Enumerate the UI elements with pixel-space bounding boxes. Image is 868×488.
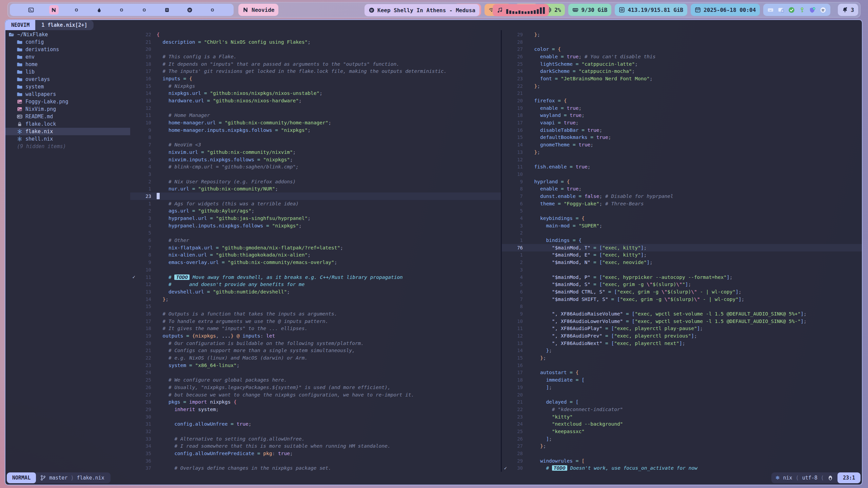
code-line[interactable]: 18 wayland = true;: [502, 112, 862, 119]
code-line[interactable]: 13 devshell.url = "github:numtide/devshe…: [130, 288, 501, 296]
code-line[interactable]: 10: [502, 170, 862, 178]
workspace-flame-icon[interactable]: [94, 5, 104, 15]
code-line[interactable]: 16 disableTabBar = true;: [502, 126, 862, 134]
workspaces-widget[interactable]: [10, 4, 234, 16]
code-line[interactable]: 32: [130, 428, 501, 435]
code-line[interactable]: 3 main-mod = "SUPER";: [502, 222, 862, 229]
code-line[interactable]: 21 # Configs can support more than a sin…: [130, 347, 501, 354]
code-line[interactable]: 2: [502, 229, 862, 237]
code-line[interactable]: 18 # It depends on "inputs" that are pas…: [130, 60, 501, 68]
code-line[interactable]: 10 ", XF86AudioLowerVolume" = ["exec, wp…: [502, 318, 862, 325]
code-line[interactable]: 9 home-manager.inputs.nixpkgs.follows = …: [130, 126, 501, 134]
code-line[interactable]: 4 keybindings = {: [502, 215, 862, 222]
tree-item-overlays[interactable]: overlays: [5, 76, 130, 83]
workspace-spotify-icon[interactable]: [185, 5, 194, 15]
tree-item-lib[interactable]: lib: [5, 68, 130, 76]
code-line[interactable]: 33 # Alternative to setting config.allow…: [130, 435, 501, 443]
code-line[interactable]: 4 hyprpanel.inputs.nixpkgs.follows = "ni…: [130, 222, 501, 229]
code-line[interactable]: 24 "nextcloud --background": [502, 420, 862, 428]
tree-item-flake.nix[interactable]: flake.nix: [5, 128, 130, 135]
code-line[interactable]: 36: [130, 457, 501, 465]
code-line[interactable]: 14 nixpkgs.url = "github:nixos/nixpkgs/n…: [130, 90, 501, 97]
code-line[interactable]: 13 ", XF86AudioNext" = ["exec, playerctl…: [502, 340, 862, 347]
code-line[interactable]: 20: [502, 391, 862, 399]
code-line[interactable]: 7 dunst.enable = false; # Disable for hy…: [502, 192, 862, 200]
code-line[interactable]: 3 hyprpanel.url = "github:jas-singhfsu/h…: [130, 215, 501, 222]
code-line[interactable]: 22{: [130, 31, 501, 38]
tray-spotifytray-icon[interactable]: [820, 7, 826, 13]
active-window-pill[interactable]: Neovide: [238, 4, 278, 16]
code-line[interactable]: 23 "kitty": [502, 413, 862, 421]
code-line[interactable]: 18 # It gives the name "inputs" to the .…: [130, 325, 501, 332]
code-line[interactable]: 2 "$mainMod, N" = ["exec, neovide"];: [502, 259, 862, 266]
code-line[interactable]: 1 bindings = {: [502, 237, 862, 244]
code-line[interactable]: 6 # Other: [130, 237, 501, 244]
code-line[interactable]: 19 enable = true;: [502, 104, 862, 112]
code-line[interactable]: 4 "$mainMod, P" = ["exec, hyprpicker --a…: [502, 273, 862, 281]
tree-item-env[interactable]: env: [5, 53, 130, 61]
code-line[interactable]: 15 defaultBookmarks = true;: [502, 134, 862, 141]
code-line[interactable]: 6 nixvim.url = "github:nix-community/nix…: [130, 148, 501, 156]
code-line[interactable]: 10 home-manager.url = "github:nix-commun…: [130, 119, 501, 126]
code-line[interactable]: 4 # blink-cmp.url = "github:saghen/blink…: [130, 163, 501, 170]
tray-clipboard-icon[interactable]: [778, 7, 784, 13]
code-line[interactable]: 31 config.allowUnfree = true;: [130, 420, 501, 428]
code-line[interactable]: 1 nur.url = "github:nix-community/NUR";: [130, 185, 501, 192]
code-line[interactable]: 12: [130, 104, 501, 112]
code-line[interactable]: 24 darkScheme = "catppuccin-mocha";: [502, 67, 862, 75]
code-line[interactable]: 5: [502, 207, 862, 215]
workspace-dot-icon[interactable]: [72, 5, 81, 15]
code-line[interactable]: ✓11 # TODO Move away from devshell, as i…: [130, 273, 501, 281]
code-line[interactable]: 23 font = "JetBrainsMono Nerd Font Mono"…: [502, 75, 862, 82]
tree-item-config[interactable]: config: [5, 38, 130, 46]
code-line[interactable]: 7 # NeoVim <3: [130, 141, 501, 148]
code-line[interactable]: 12 ", XF86AudioPrev" = ["exec, playerctl…: [502, 332, 862, 340]
media-player-widget[interactable]: Keep Shelly In Athens - Medusa: [364, 4, 479, 16]
code-line[interactable]: 12 # and doesn't provide any benefits fo…: [130, 281, 501, 288]
code-line[interactable]: 26 enable = true; # You can't disable th…: [502, 53, 862, 60]
code-line[interactable]: 35 config.allowUnfreePredicate = pkg: tr…: [130, 450, 501, 457]
tree-item-home[interactable]: home: [5, 61, 130, 68]
code-line[interactable]: 23: [130, 192, 501, 200]
code-line[interactable]: ✓30 # TODO Doesn't work, use focus_on_ac…: [502, 465, 862, 472]
code-line[interactable]: 28: [502, 450, 862, 457]
code-line[interactable]: 15 # Nixpkgs: [130, 82, 501, 90]
code-line[interactable]: 25 lightScheme = "catppuccin-latte";: [502, 60, 862, 68]
code-line[interactable]: 15: [130, 303, 501, 310]
disk-widget[interactable]: 413.19/915.81 GiB: [615, 4, 687, 16]
code-line[interactable]: 17 # The inputs' git revisions get locke…: [130, 67, 501, 75]
code-line[interactable]: 11 ", XF86AudioPlay" = ["exec, playerctl…: [502, 325, 862, 332]
tray-key-icon[interactable]: [799, 7, 805, 13]
audio-visualizer-widget[interactable]: [493, 4, 549, 16]
code-line[interactable]: 11 # Home Manager: [130, 112, 501, 119]
code-line[interactable]: 15 };: [502, 354, 862, 362]
code-line[interactable]: 19 ];: [502, 384, 862, 391]
code-line[interactable]: 11 fish.enable = true;: [502, 163, 862, 170]
code-line[interactable]: 13 };: [502, 148, 862, 156]
code-line[interactable]: 29 inherit system;: [130, 406, 501, 413]
code-line[interactable]: 20 firefox = {: [502, 97, 862, 104]
code-line[interactable]: 28: [502, 38, 862, 46]
code-line[interactable]: 7 "$mainMod SHIFT, S" = ["exec, grim -g …: [502, 296, 862, 303]
code-line[interactable]: 27 # but because we want to change the n…: [130, 391, 501, 399]
code-line[interactable]: 17 vaapi = true;: [502, 119, 862, 126]
code-line[interactable]: 16 # Outputs is a function that takes th…: [130, 310, 501, 318]
code-line[interactable]: 21 delayed = [: [502, 398, 862, 406]
code-line[interactable]: 22 # "kdeconnect-indicator": [502, 406, 862, 413]
tree-item-readme.md[interactable]: README.md: [5, 113, 130, 120]
workspace-dot-icon[interactable]: [140, 5, 149, 15]
code-line[interactable]: 8 enable = true;: [502, 185, 862, 192]
tree-item-shell.nix[interactable]: shell.nix: [5, 135, 130, 143]
tree-item-wallpapers[interactable]: wallpapers: [5, 90, 130, 98]
code-line[interactable]: 5: [130, 229, 501, 237]
tree-item-flake.lock[interactable]: flake.lock: [5, 120, 130, 128]
code-line[interactable]: 20: [130, 45, 501, 53]
code-line[interactable]: 26 # Usually, "nixpkgs.legacyPackages.${…: [130, 384, 501, 391]
tree-item-system[interactable]: system: [5, 83, 130, 90]
code-line[interactable]: 2 ags.url = "github:Aylur/ags";: [130, 207, 501, 215]
code-line[interactable]: 10: [130, 266, 501, 273]
code-line[interactable]: 19 # This config is a Flake.: [130, 53, 501, 60]
code-line[interactable]: 5 "$mainMod, S" = ["exec, grim -g \"$(sl…: [502, 281, 862, 288]
tree-item-derivations[interactable]: derivations: [5, 46, 130, 53]
tray-keyboard-icon[interactable]: [767, 7, 774, 13]
